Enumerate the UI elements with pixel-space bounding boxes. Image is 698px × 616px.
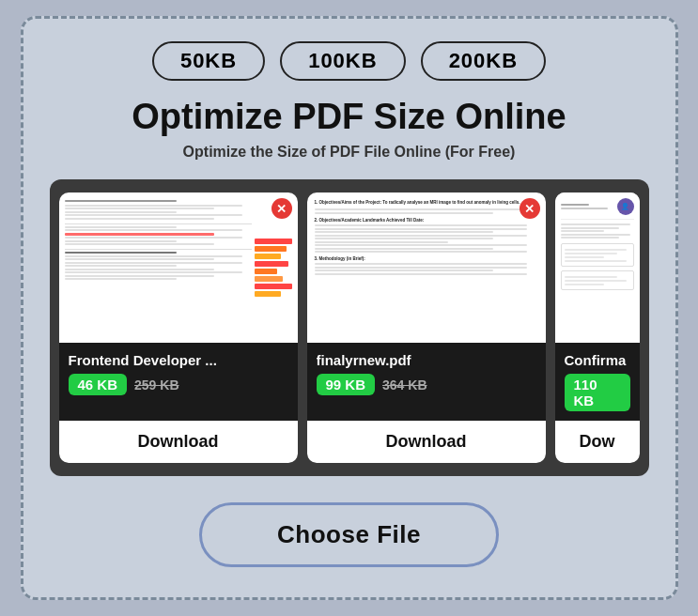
card-2-download-button[interactable]: Download (307, 421, 546, 463)
card-1-close-button[interactable]: ✕ (271, 198, 292, 219)
card-1: ✕ (59, 192, 298, 463)
card-3-preview: 👤 (555, 192, 640, 343)
card-2-preview: ✕ 1. Objectives/Aims of the Project: To … (307, 192, 546, 343)
card-3-info: Confirma 110 KB (555, 343, 640, 421)
size-badges-row: 50KB 100KB 200KB (50, 41, 649, 81)
badge-100kb[interactable]: 100KB (280, 41, 405, 81)
card-2-sizes: 99 KB 364 KB (317, 374, 536, 395)
card-1-info: Frontend Developer ... 46 KB 259 KB (59, 343, 298, 421)
card-3-size-new: 110 KB (565, 374, 630, 411)
card-2-info: finalyrnew.pdf 99 KB 364 KB (307, 343, 546, 421)
badge-200kb[interactable]: 200KB (421, 41, 546, 81)
badge-50kb[interactable]: 50KB (152, 41, 265, 81)
page-title: Optimize PDF Size Online (50, 98, 649, 137)
card-2: ✕ 1. Objectives/Aims of the Project: To … (307, 192, 546, 463)
card-3: 👤 (555, 192, 640, 463)
card-2-size-old: 364 KB (382, 377, 427, 393)
choose-file-section: Choose File (50, 502, 649, 567)
card-3-filename: Confirma (565, 352, 630, 368)
card-1-filename: Frontend Developer ... (69, 352, 288, 368)
card-1-preview: ✕ (59, 192, 298, 343)
card-1-size-new: 46 KB (69, 374, 128, 395)
card-3-download-button[interactable]: Dow (555, 421, 640, 463)
card-3-avatar: 👤 (617, 198, 634, 215)
cards-row: ✕ (50, 179, 649, 476)
page-subtitle: Optimize the Size of PDF File Online (Fo… (50, 144, 649, 161)
main-container: 50KB 100KB 200KB Optimize PDF Size Onlin… (21, 16, 678, 601)
card-1-size-old: 259 KB (134, 377, 178, 393)
card-2-size-new: 99 KB (317, 374, 376, 395)
card-3-sizes: 110 KB (565, 374, 630, 411)
card-1-sizes: 46 KB 259 KB (69, 374, 288, 395)
card-2-filename: finalyrnew.pdf (317, 352, 536, 368)
card-2-close-button[interactable]: ✕ (520, 198, 540, 219)
card-1-download-button[interactable]: Download (59, 421, 298, 463)
choose-file-button[interactable]: Choose File (199, 502, 499, 567)
